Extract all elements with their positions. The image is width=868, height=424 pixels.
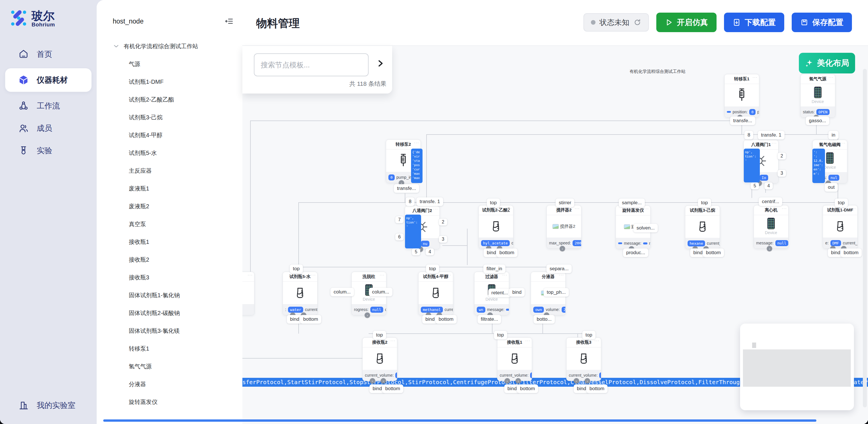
tree-item[interactable]: 接收瓶3 — [113, 269, 235, 286]
valve-port-label[interactable]: 5 — [751, 182, 759, 189]
tree-item[interactable]: 接收瓶1 — [113, 233, 235, 251]
flow-node-reagent-bottle-2-ethyl-acetate[interactable]: 试剂瓶2-乙酸乙酯···hyl_acetatecurre›› — [478, 205, 514, 249]
valve-port-label[interactable]: 6 — [395, 234, 404, 240]
param-value-badge: 0 — [530, 372, 532, 378]
node-menu-icon[interactable]: ··· — [782, 206, 787, 211]
syringe-icon — [736, 88, 748, 103]
sidebar-item-workflow[interactable]: 工作流 — [0, 95, 97, 117]
flow-canvas[interactable]: 有机化学流程综合测试工作站 美化布局 sferProtocol,StartSti… — [242, 46, 868, 424]
tree-root-item[interactable]: 有机化学流程综合测试工作站 — [113, 37, 235, 55]
tree-item[interactable]: 试剂瓶4-甲醇 — [113, 126, 235, 144]
chevron-down-icon[interactable] — [113, 43, 120, 50]
node-menu-icon[interactable]: ··· — [248, 272, 253, 277]
param-value-badge: Io — [760, 175, 768, 181]
valve-port-label[interactable]: 2 — [439, 219, 447, 225]
edge-label-chip: top — [494, 331, 507, 339]
flow-node-clipped-node[interactable]: ···d — [242, 272, 254, 315]
flow-node-receiver-1[interactable]: 接收瓶1···current_volume:0›› — [497, 337, 532, 381]
beautify-layout-button[interactable]: 美化布局 — [799, 53, 855, 73]
connection-handle-icon[interactable]: › — [560, 246, 565, 251]
node-menu-icon[interactable]: ··· — [594, 338, 599, 343]
node-menu-icon[interactable]: ··· — [506, 206, 512, 211]
node-menu-icon[interactable]: ··· — [379, 272, 385, 277]
flow-node-reagent-bottle-4-methanol[interactable]: 试剂瓶4-甲醇···methanolcurrent_›› — [418, 272, 453, 315]
valve-port-label[interactable]: 3 — [778, 170, 786, 177]
node-menu-icon[interactable]: ··· — [311, 272, 316, 277]
tree-item[interactable]: 转移泵1 — [113, 340, 235, 358]
node-menu-icon[interactable]: ··· — [446, 272, 452, 277]
node-menu-icon[interactable]: ··· — [713, 206, 718, 211]
connection-handle-icon[interactable]: › — [767, 246, 772, 251]
flow-node-reagent-bottle-1-dmf[interactable]: 试剂瓶1-DMF···e:DMFcurrent_vol›› — [823, 205, 858, 249]
tree-item[interactable]: 接收瓶2 — [113, 251, 235, 269]
node-menu-icon[interactable]: ··· — [752, 74, 757, 80]
valve-port-label[interactable]: 3 — [439, 236, 447, 243]
tree-item[interactable]: 固体试剂瓶3-氯化镁 — [113, 322, 235, 340]
vertical-scrollbar[interactable] — [863, 69, 867, 407]
node-menu-icon[interactable]: ··· — [851, 206, 856, 211]
sidebar-item-members[interactable]: 成员 — [0, 117, 97, 140]
node-menu-icon[interactable]: ··· — [644, 206, 649, 211]
tree-item[interactable]: 废液瓶2 — [113, 198, 235, 215]
valve-port-label[interactable]: 2 — [778, 153, 786, 159]
sidebar-item-experiments[interactable]: 实验 — [0, 140, 97, 162]
node-menu-icon[interactable]: ··· — [575, 206, 580, 211]
node-menu-icon[interactable]: ··· — [772, 140, 777, 145]
connection-handle-icon[interactable]: › — [381, 378, 386, 384]
start-simulation-button[interactable]: 开启仿真 — [656, 12, 717, 32]
flow-node-receiver-3[interactable]: 接收瓶3···current_volume:0›› — [566, 337, 601, 381]
valve-port-label[interactable]: 5 — [412, 248, 420, 255]
refresh-icon[interactable] — [633, 18, 641, 26]
flow-node-h2-gas-source[interactable]: 氢气气源···Devicestatus:OPEN› — [800, 74, 835, 118]
horizontal-scrollbar[interactable] — [103, 419, 816, 422]
tree-item[interactable]: 旋转蒸发仪 — [113, 393, 235, 411]
tree-item[interactable]: 主反应器 — [113, 162, 235, 180]
minimap-viewport[interactable] — [743, 350, 851, 387]
minimap[interactable] — [740, 324, 854, 410]
save-config-button[interactable]: 保存配置 — [792, 12, 852, 32]
flow-node-reagent-bottle-3-hexane[interactable]: 试剂瓶3-己烷···hexanecurrent_v›› — [685, 205, 720, 249]
tree-item[interactable]: 废液瓶1 — [113, 180, 235, 198]
node-menu-icon[interactable]: ··· — [414, 140, 419, 145]
flow-node-centrifuge[interactable]: 离心机···Devicemessage:nullma› — [753, 205, 788, 249]
connection-handle-icon[interactable]: › — [516, 378, 521, 384]
flow-node-stirrer-2[interactable]: 搅拌器2···搅拌器2max_speed:2000m› — [547, 205, 582, 249]
tree-item[interactable]: 固体试剂瓶1-氯化钠 — [113, 286, 235, 304]
flow-node-transfer-pump-1[interactable]: 转移泵1··· position:0pump› — [724, 74, 759, 118]
tree-item[interactable]: 试剂瓶3-己烷 — [113, 109, 235, 126]
tree-item[interactable]: 氢气气源 — [113, 358, 235, 375]
search-input[interactable] — [254, 53, 369, 76]
node-menu-icon[interactable]: ··· — [840, 140, 846, 145]
tree-item[interactable]: 气源 — [113, 55, 235, 73]
tree-item[interactable]: 真空泵 — [113, 215, 235, 233]
connection-handle-icon[interactable]: › — [504, 378, 510, 384]
sidebar-item-my-lab[interactable]: 我的实验室 — [0, 394, 97, 417]
tree-item[interactable]: 分液器 — [113, 375, 235, 393]
tree-item[interactable]: 试剂瓶5-水 — [113, 144, 235, 162]
sidebar-item-instruments[interactable]: 仪器耗材 — [5, 68, 92, 92]
valve-port-label[interactable]: 4 — [765, 182, 773, 189]
node-menu-icon[interactable]: ··· — [433, 206, 438, 211]
tree-item[interactable]: 试剂瓶1-DMF — [113, 73, 235, 91]
tree-item-label: 旋转蒸发仪 — [129, 398, 157, 406]
connection-handle-icon[interactable]: › — [365, 312, 370, 318]
connection-handle-icon[interactable]: › — [574, 378, 579, 384]
tree-item[interactable]: 固体试剂瓶2-碳酸钠 — [113, 304, 235, 322]
node-menu-icon[interactable]: ··· — [391, 338, 396, 343]
tooltip-line: 'vir — [412, 154, 422, 159]
valve-port-label[interactable]: 7 — [395, 216, 404, 223]
connection-handle-icon[interactable]: › — [370, 378, 375, 384]
flow-node-reagent-bottle-5-water[interactable]: 试剂瓶5-水···:watercurrent_v›› — [283, 272, 317, 315]
node-menu-icon[interactable]: ··· — [525, 338, 530, 343]
valve-port-label[interactable]: 4 — [426, 248, 434, 255]
tree-item[interactable]: 试剂瓶2-乙酸乙酯 — [113, 91, 235, 109]
expand-chevron-icon[interactable] — [377, 59, 384, 69]
sidebar-item-home[interactable]: 首页 — [0, 43, 97, 65]
node-menu-icon[interactable]: ··· — [829, 74, 834, 80]
download-config-button[interactable]: 下载配置 — [724, 12, 784, 32]
flow-node-receiver-2[interactable]: 接收瓶2···current_volume:0›› — [362, 337, 397, 381]
connection-handle-icon[interactable]: › — [585, 378, 590, 384]
collapse-panel-icon[interactable] — [224, 16, 235, 26]
param-key: max_ — [649, 241, 650, 246]
tooltip-line: ' — [745, 159, 759, 163]
